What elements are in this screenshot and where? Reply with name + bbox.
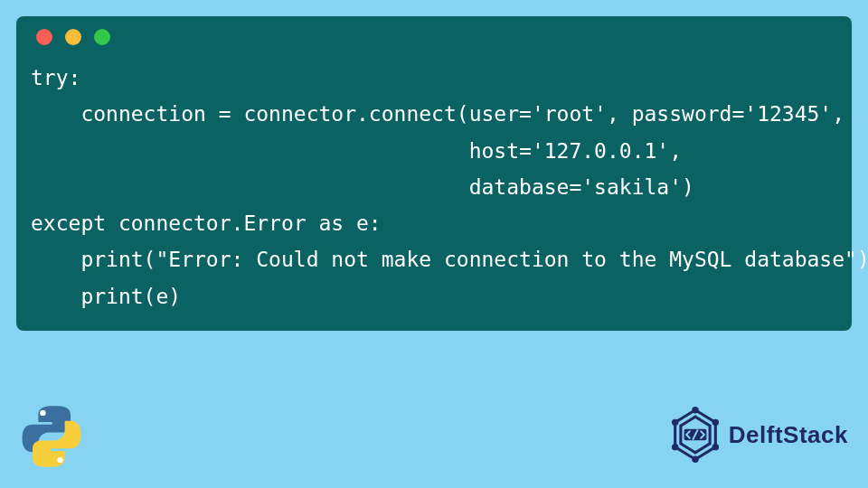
svg-point-7	[692, 456, 698, 463]
code-line: database='sakila')	[31, 175, 694, 199]
code-block: try: connection = connector.connect(user…	[31, 60, 837, 314]
code-line: host='127.0.0.1',	[31, 139, 682, 163]
code-window: try: connection = connector.connect(user…	[16, 16, 852, 331]
svg-point-8	[672, 444, 678, 450]
code-line: try:	[31, 66, 80, 89]
svg-point-9	[672, 419, 678, 426]
python-logo-icon	[20, 405, 83, 468]
minimize-icon	[65, 29, 81, 45]
code-line: print("Error: Could not make connection …	[31, 248, 868, 271]
delftstack-ornament-icon	[667, 407, 723, 463]
maximize-icon	[94, 29, 110, 45]
code-line: print(e)	[31, 285, 181, 308]
code-line: except connector.Error as e:	[31, 211, 382, 235]
brand-name: DelftStack	[729, 421, 848, 449]
svg-point-6	[712, 444, 718, 450]
window-controls	[31, 29, 837, 45]
svg-point-4	[692, 407, 698, 413]
brand-logo: DelftStack	[667, 407, 848, 463]
svg-point-1	[57, 457, 62, 463]
code-line: connection = connector.connect(user='roo…	[31, 102, 844, 126]
svg-point-0	[40, 410, 45, 416]
svg-point-5	[712, 419, 718, 426]
close-icon	[36, 29, 52, 45]
